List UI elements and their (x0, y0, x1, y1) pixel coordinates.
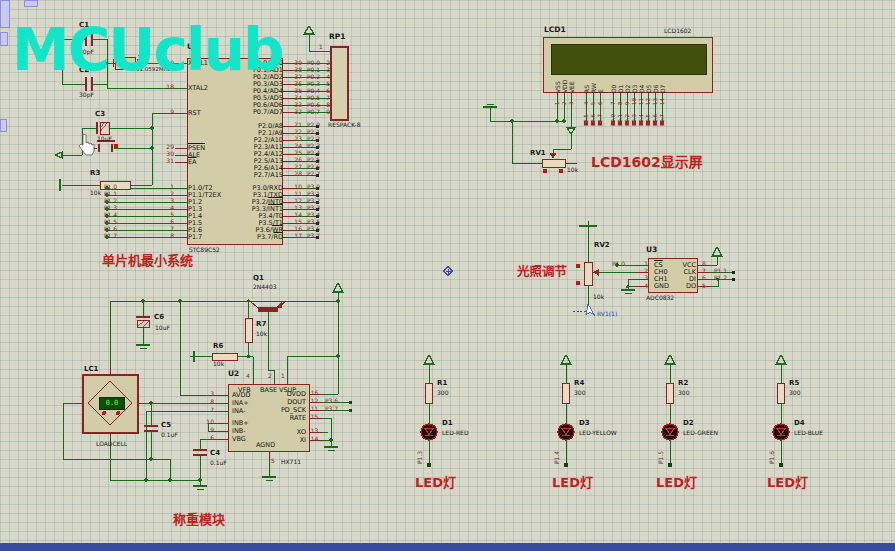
c6-ref: C6 (154, 314, 164, 321)
lcd-screen (551, 44, 707, 75)
resistor-ref: R4 (574, 380, 584, 387)
resistor-value: 300 (789, 390, 800, 396)
pin-row: P1.78P1.7 (104, 234, 221, 241)
led-column-red[interactable]: R1 300 D1 LED-RED P1.3 LED灯 (379, 352, 479, 504)
resistor-value: 300 (678, 390, 689, 396)
lcd-pin: D613P0.6 (652, 75, 659, 127)
net-label: P1.4 (554, 440, 560, 464)
c5-value: 0.1uF (161, 432, 178, 438)
c5-ref: C5 (161, 422, 171, 429)
adc-right-pins: VCC8CLK7P1.1DI6P1.2DO5 (652, 261, 740, 290)
net-label: P1.5 (658, 440, 664, 464)
led-type: LED-YELLOW (579, 430, 617, 436)
mcu-pin-rst: 9RST (104, 110, 201, 117)
lcd-part: LCD1602 (664, 28, 691, 34)
lcd-pin: VSS1 (554, 75, 561, 127)
rv1-ref: RV1 (530, 150, 546, 157)
r3-ref: R3 (90, 170, 100, 177)
q1-ref: Q1 (253, 275, 264, 282)
pin-row: PD_SCK11P3.7 (236, 406, 351, 414)
wire-auto-label: RV1(1) (597, 311, 617, 317)
lcd-pin: D310P0.3 (631, 75, 638, 127)
rp1-pin1-num: 1 (319, 44, 323, 50)
q1-part: 2N4403 (253, 284, 277, 290)
mcu-p3-pins: P3.0/RXD10P3.0P3.1/TXD11P3.1P3.2/INT012P… (212, 185, 320, 241)
led-ref: D4 (794, 420, 805, 427)
led-type: LED-GREEN (683, 430, 718, 436)
hx711-right-pins-a: DVDD16DOUT12P3.6PD_SCK11P3.7RATE15 (236, 390, 351, 422)
r7-value: 10k (256, 331, 267, 337)
lcd-pin: D411P0.4 (638, 75, 645, 127)
lcd-pins-data: D07P0.0D18P0.1D29P0.2D310P0.3D411P0.4D51… (610, 75, 666, 127)
led-caption: LED灯 (415, 476, 456, 490)
hx711-top-num-base: 2 (268, 373, 272, 379)
adc-part: ADC0832 (646, 295, 674, 301)
c2-value: 30pF (79, 92, 94, 98)
led-type: LED-RED (442, 430, 469, 436)
lcd-pin: RS4P2.5 (583, 75, 590, 127)
mcu-caption: 单片机最小系统 (102, 254, 193, 268)
c6-value: 10uF (155, 325, 170, 331)
c3-value: 10uF (97, 136, 112, 142)
loadcell-display[interactable]: 0.0 (99, 397, 125, 410)
hx711-ref: U2 (228, 370, 239, 378)
lc1-part: LOADCELL (96, 441, 127, 447)
mcu-p2-pins: P2.0/A821P2.0P2.1/A922P2.1P2.2/A1023P2.2… (212, 123, 320, 179)
pin-number: 9 (318, 109, 330, 116)
c4-value: 0.1uF (210, 460, 227, 466)
hx711-part: HX711 (281, 459, 301, 465)
net-label: P1.3 (417, 440, 423, 464)
pin-row: P3.7/RD17P3.7 (212, 234, 320, 241)
resistor-ref: R1 (437, 380, 447, 387)
r6-value: 10k (213, 361, 224, 367)
pin-row: XI14 (236, 436, 351, 444)
pin-row: RATE15 (236, 414, 351, 422)
lcd-pin: D18P0.1 (617, 75, 624, 127)
pin-row: DO5 (652, 283, 740, 290)
hx711-top-num-vfb: 4 (246, 373, 250, 379)
resistor-ref: R5 (789, 380, 799, 387)
resistor-ref: R2 (678, 380, 688, 387)
lcd-pin: D07P0.0 (610, 75, 617, 127)
lcd-pin: D512P0.5 (645, 75, 652, 127)
led-column-blue[interactable]: R5 300 D4 LED-BLUE P1.6 LED灯 (731, 352, 831, 504)
lcd-pin: VEE3 (568, 75, 575, 127)
lcd-pins-ctrl: RS4P2.5RW5P2.6E6P2.7 (583, 75, 604, 127)
led-ref: D3 (579, 420, 590, 427)
lcd-ref: LCD1 (544, 26, 566, 34)
led-column-green[interactable]: R2 300 D2 LED-GREEN P1.5 LED灯 (620, 352, 720, 504)
pin-row: 31EA (104, 159, 205, 166)
rv2-value: 10k (593, 294, 604, 300)
lcd-caption: LCD1602显示屏 (591, 155, 703, 170)
r6-ref: R6 (213, 343, 223, 350)
r3-value: 10k (90, 190, 101, 196)
hx711-top-num-vsup: 1 (281, 373, 285, 379)
rp1-pin-numbers: 23456789 (318, 60, 330, 116)
c3-ref: C3 (95, 111, 105, 118)
net-label: P1.6 (769, 440, 775, 464)
rp1-part: RESPACK-8 (328, 122, 360, 128)
schematic-canvas: MCUclub U1 STC89C52 19XTAL1 18XTAL2 9RST… (0, 0, 895, 551)
led-ref: D1 (442, 420, 453, 427)
lcd-pins-power: VSS1VDD2VEE3 (554, 75, 575, 127)
lcd-pin: VDD2 (561, 75, 568, 127)
adc-ref: U3 (646, 246, 657, 254)
pin-row: P2.7/A1528P2.7 (212, 172, 320, 179)
led-caption: LED灯 (767, 476, 808, 490)
rp1-ref: RP1 (329, 33, 346, 41)
pin-row: P0.7/AD732P0.7 (212, 109, 320, 116)
rv2-ref: RV2 (594, 242, 610, 249)
resistor-value: 300 (437, 390, 448, 396)
mcu-pin-xtal2: 18XTAL2 (104, 85, 208, 92)
mcu-ctrl-pins: 29PSEN30ALE31EA (104, 145, 205, 166)
weigh-caption: 称重模块 (173, 513, 225, 527)
resistor-value: 300 (574, 390, 585, 396)
hx711-right-pins-b: XO13XI14 (236, 428, 351, 444)
mcu-p1-pins: P1.01P1.0/T2P1.12P1.1/T2EXP1.23P1.2P1.34… (104, 185, 221, 241)
light-caption: 光照调节 (517, 265, 567, 278)
c4-ref: C4 (210, 450, 220, 457)
pin-row: XO13 (236, 428, 351, 436)
lcd-pin: D714P0.7 (659, 75, 666, 127)
lcd-pin: E6P2.7 (597, 75, 604, 127)
led-column-yellow[interactable]: R4 300 D3 LED-YELLOW P1.4 LED灯 (516, 352, 616, 504)
